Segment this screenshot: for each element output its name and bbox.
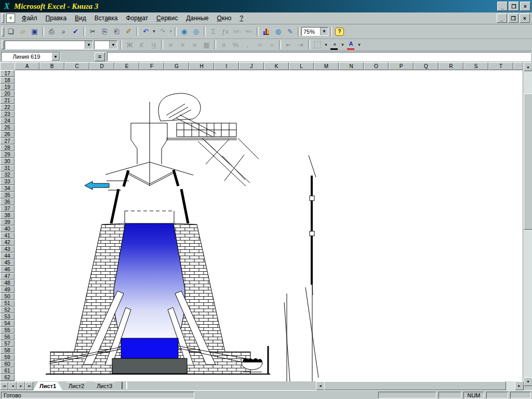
column-header-G[interactable]: G	[164, 62, 189, 70]
row-header-62[interactable]: 62	[0, 374, 15, 381]
title-bar[interactable]: X Microsoft Excel - Книга 3 _ ❐ ×	[0, 0, 532, 12]
help-button[interactable]: ?	[334, 26, 345, 37]
dropdown-icon[interactable]: ▼	[109, 41, 117, 49]
row-header-20[interactable]: 20	[0, 90, 15, 97]
column-header-D[interactable]: D	[89, 62, 114, 70]
sort-descending-button[interactable]: ЯА↓	[243, 26, 255, 37]
autosum-button[interactable]: Σ	[207, 26, 219, 37]
row-header-43[interactable]: 43	[0, 246, 15, 252]
equals-button[interactable]: =	[95, 52, 105, 61]
row-header-61[interactable]: 61	[0, 367, 15, 374]
column-header-R[interactable]: R	[438, 62, 463, 70]
restore-button[interactable]: ❐	[509, 2, 519, 11]
vertical-scrollbar[interactable]: ▲ ▼	[523, 62, 532, 385]
column-header-Q[interactable]: Q	[414, 62, 438, 70]
menu-файл[interactable]: Файл	[18, 13, 42, 23]
row-header-29[interactable]: 29	[0, 151, 15, 158]
sort-ascending-button[interactable]: АЯ↓	[231, 26, 243, 37]
menu-правка[interactable]: Правка	[42, 13, 71, 23]
horizontal-scrollbar[interactable]: ◄ ►	[316, 381, 523, 390]
scroll-down-icon[interactable]: ▼	[524, 377, 532, 386]
menu-формат[interactable]: Формат	[122, 13, 152, 23]
tab-nav-0-icon[interactable]: |◄	[0, 382, 8, 390]
column-header-J[interactable]: J	[239, 62, 264, 70]
menu-сервис[interactable]: Сервис	[152, 13, 182, 23]
align-right-button[interactable]: ≡	[189, 39, 201, 50]
name-box[interactable]: Линия 619 ▼	[1, 52, 60, 61]
map-button[interactable]: ◍	[272, 26, 284, 37]
row-header-24[interactable]: 24	[0, 117, 15, 124]
redo-dropdown-icon[interactable]: ▼	[168, 26, 173, 37]
column-header-U[interactable]: U	[513, 62, 523, 70]
scroll-up-icon[interactable]: ▲	[524, 62, 532, 71]
row-header-54[interactable]: 54	[0, 320, 15, 327]
column-header-O[interactable]: O	[364, 62, 389, 70]
font-size-button[interactable]: ▼	[94, 41, 117, 49]
row-header-47[interactable]: 47	[0, 273, 15, 280]
column-header-E[interactable]: E	[114, 62, 139, 70]
borders-button[interactable]	[312, 39, 324, 50]
redo-button[interactable]: ↷	[156, 26, 168, 37]
row-header-55[interactable]: 55	[0, 327, 15, 334]
font-name-button[interactable]: ▼	[5, 41, 93, 49]
currency-button[interactable]: ¤	[218, 39, 230, 50]
underline-button[interactable]: Ч	[148, 39, 159, 50]
decrease-indent-button[interactable]: ⇤	[283, 39, 295, 50]
doc-close-button[interactable]: ×	[520, 14, 530, 23]
column-header-A[interactable]: A	[15, 62, 39, 70]
column-header-L[interactable]: L	[289, 62, 314, 70]
menu-данные[interactable]: Данные	[182, 13, 212, 23]
zoom-combo[interactable]: 75%▼	[301, 27, 328, 36]
scroll-right-icon[interactable]: ►	[515, 381, 524, 390]
open-button[interactable]: ▱	[17, 26, 29, 37]
row-header-44[interactable]: 44	[0, 252, 15, 259]
row-header-39[interactable]: 39	[0, 219, 15, 225]
dropdown-icon[interactable]: ▼	[85, 41, 92, 49]
column-header-M[interactable]: M	[314, 62, 339, 70]
row-header-17[interactable]: 17	[0, 70, 15, 77]
row-header-58[interactable]: 58	[0, 347, 15, 354]
column-header-K[interactable]: K	[264, 62, 289, 70]
web-toolbar-button[interactable]: ◎	[190, 26, 202, 37]
selection-handle[interactable]	[310, 231, 314, 236]
copy-button[interactable]: ⎘	[99, 26, 111, 37]
row-header-41[interactable]: 41	[0, 232, 15, 239]
sheet-canvas[interactable]	[15, 70, 523, 381]
name-box-dropdown-icon[interactable]: ▼	[51, 52, 60, 61]
row-header-45[interactable]: 45	[0, 259, 15, 266]
decrease-decimal-button[interactable]: ,0	[265, 39, 277, 50]
doc-minimize-button[interactable]: _	[497, 14, 507, 23]
sheet-tab-лист3[interactable]: Лист3	[90, 382, 118, 390]
menu-вставка[interactable]: Вставка	[90, 13, 122, 23]
row-header-36[interactable]: 36	[0, 198, 15, 205]
print-button[interactable]: ⎙	[46, 26, 58, 37]
row-header-38[interactable]: 38	[0, 212, 15, 219]
scroll-left-icon[interactable]: ◄	[316, 381, 325, 390]
column-header-B[interactable]: B	[39, 62, 64, 70]
undo-dropdown-icon[interactable]: ▼	[152, 26, 156, 37]
column-header-I[interactable]: I	[214, 62, 239, 70]
font-size-combo[interactable]: ▼	[94, 41, 117, 49]
fill-color-button[interactable]: ◂	[328, 38, 340, 51]
menu-?[interactable]: ?	[235, 13, 247, 23]
row-header-60[interactable]: 60	[0, 361, 15, 367]
undo-button[interactable]: ↶	[140, 26, 152, 37]
dropdown-icon[interactable]: ▼	[320, 28, 328, 35]
new-button[interactable]: ❏	[5, 26, 17, 37]
row-header-53[interactable]: 53	[0, 313, 15, 320]
vertical-scroll-thumb[interactable]	[524, 94, 532, 230]
tab-nav-1-icon[interactable]: ◄	[8, 382, 17, 390]
column-header-T[interactable]: T	[488, 62, 513, 70]
formula-input[interactable]	[107, 52, 531, 61]
row-header-57[interactable]: 57	[0, 340, 15, 347]
row-header-21[interactable]: 21	[0, 97, 15, 104]
increase-decimal-button[interactable]: ,00	[254, 39, 265, 50]
row-header-49[interactable]: 49	[0, 286, 15, 293]
row-header-52[interactable]: 52	[0, 307, 15, 313]
percent-button[interactable]: %	[230, 39, 242, 50]
column-header-F[interactable]: F	[139, 62, 164, 70]
borders-dropdown-icon[interactable]: ▼	[324, 39, 328, 50]
bold-button[interactable]: Ж	[124, 39, 136, 50]
font-name-combo[interactable]: ▼	[5, 41, 93, 49]
paste-button[interactable]: ⎗	[111, 26, 123, 37]
